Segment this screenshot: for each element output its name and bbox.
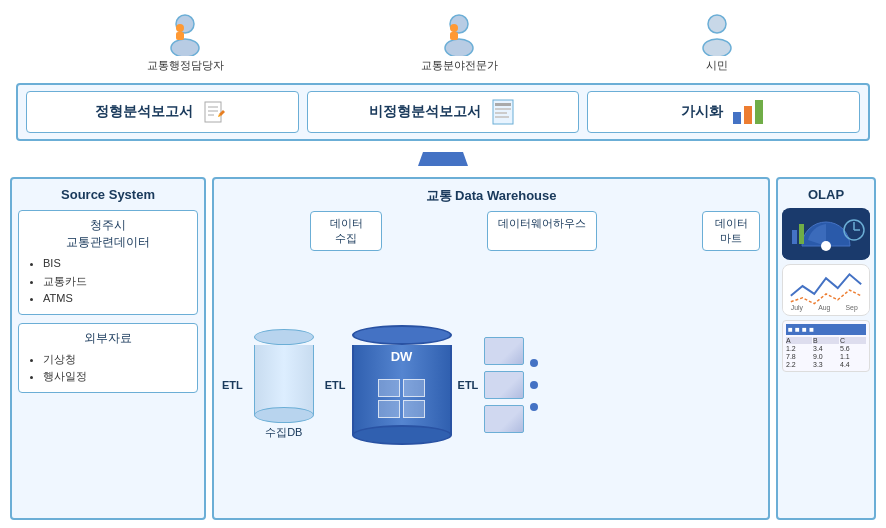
external-data-list: 기상청 행사일정 [27, 351, 189, 386]
dw-inner-grid [378, 379, 425, 418]
users-row: 교통행정담당자 교통분야전문가 시민 [8, 8, 878, 77]
svg-rect-10 [205, 102, 221, 122]
olap-table-img: ■ ■ ■ ■ ABC 1.23.45.6 7.89.01.1 2.23.34.… [782, 320, 870, 372]
traffic-data-title: 청주시 교통관련데이터 [27, 217, 189, 251]
source-system-box: Source System 청주시 교통관련데이터 BIS 교통카드 ATMS … [10, 177, 206, 520]
bottom-row: Source System 청주시 교통관련데이터 BIS 교통카드 ATMS … [10, 177, 876, 520]
connector-dots [530, 359, 538, 411]
external-data-box: 외부자료 기상청 행사일정 [18, 323, 198, 393]
informal-report-label: 비정형분석보고서 [369, 103, 481, 121]
user-admin-icon [163, 12, 207, 56]
etl-left-label: ETL [222, 379, 243, 391]
main-container: 교통행정담당자 교통분야전문가 시민 정형분석보고서 [0, 0, 886, 528]
olap-dashboard-img [782, 208, 870, 260]
etl-right-label: ETL [458, 379, 479, 391]
visualization-label: 가시화 [681, 103, 723, 121]
svg-point-2 [176, 24, 184, 32]
cylinder-top [254, 329, 314, 345]
svg-rect-16 [495, 108, 511, 110]
user-expert-label: 교통분야전문가 [421, 58, 498, 73]
svg-point-9 [703, 39, 731, 56]
svg-text:July: July [791, 304, 804, 312]
svg-point-23 [821, 241, 831, 251]
external-data-title: 외부자료 [27, 330, 189, 347]
collect-header: 데이터수집 [310, 211, 382, 251]
cylinder-body [254, 345, 314, 415]
dw-box: 교통 Data Warehouse 데이터수집 데이터웨어하우스 데이터마트 E… [212, 177, 770, 520]
olap-linechart-img: July Aug Sep [782, 264, 870, 316]
document-icon [489, 98, 517, 126]
list-item-card: 교통카드 [43, 273, 189, 291]
svg-rect-24 [792, 230, 797, 244]
dw-cylinder: DW [352, 325, 452, 445]
dw-cylinder-bottom [352, 425, 452, 445]
informal-report-box: 비정형분석보고서 [307, 91, 580, 133]
svg-rect-21 [755, 100, 763, 124]
dw-content-area: ETL 수집DB ETL DW [222, 257, 760, 512]
datamart-cube-1 [484, 337, 524, 365]
user-citizen-label: 시민 [706, 58, 728, 73]
svg-rect-18 [495, 116, 509, 118]
list-item-event: 행사일정 [43, 368, 189, 386]
traffic-data-list: BIS 교통카드 ATMS [27, 255, 189, 308]
svg-point-1 [171, 39, 199, 56]
cylinder-label: 수집DB [265, 425, 302, 440]
arrow-down-shape [418, 152, 468, 166]
dw-cell-3 [378, 400, 400, 418]
svg-point-6 [450, 24, 458, 32]
user-item-expert: 교통분야전문가 [421, 12, 498, 73]
olap-box: OLAP [776, 177, 876, 520]
traffic-data-box: 청주시 교통관련데이터 BIS 교통카드 ATMS [18, 210, 198, 315]
list-item-atms: ATMS [43, 290, 189, 308]
dw-cell-1 [378, 379, 400, 397]
etl-middle-label: ETL [325, 379, 346, 391]
svg-text:Sep: Sep [846, 304, 858, 312]
dw-cell-2 [403, 379, 425, 397]
datamart-header: 데이터마트 [702, 211, 760, 251]
formal-report-label: 정형분석보고서 [95, 103, 193, 121]
svg-rect-15 [495, 103, 511, 106]
user-admin-label: 교통행정담당자 [147, 58, 224, 73]
svg-text:Aug: Aug [818, 304, 830, 312]
svg-rect-20 [744, 106, 752, 124]
barchart-icon [731, 98, 767, 126]
edit-icon [201, 98, 229, 126]
dot-2 [530, 381, 538, 389]
svg-rect-7 [450, 32, 458, 40]
dot-3 [530, 403, 538, 411]
olap-linechart-svg: July Aug Sep [783, 266, 869, 314]
svg-rect-3 [176, 32, 184, 40]
dw-cell-4 [403, 400, 425, 418]
dw-title: 교통 Data Warehouse [222, 185, 760, 207]
datamart-column [484, 337, 524, 433]
user-citizen-icon [695, 12, 739, 56]
olap-title: OLAP [782, 185, 870, 204]
reports-row: 정형분석보고서 비정형분석보고서 가시화 [16, 83, 870, 141]
svg-rect-17 [495, 112, 507, 114]
user-item-citizen: 시민 [695, 12, 739, 73]
dot-1 [530, 359, 538, 367]
datamart-cube-2 [484, 371, 524, 399]
dw-cylinder-top [352, 325, 452, 345]
visualization-box: 가시화 [587, 91, 860, 133]
list-item-bis: BIS [43, 255, 189, 273]
collect-db-cylinder: 수집DB [249, 329, 319, 440]
dw-header: 데이터웨어하우스 [487, 211, 597, 251]
cylinder-bottom [254, 407, 314, 423]
datamart-cube-3 [484, 405, 524, 433]
source-system-title: Source System [18, 185, 198, 204]
dw-center-label: DW [391, 349, 413, 364]
svg-point-8 [708, 15, 726, 33]
formal-report-box: 정형분석보고서 [26, 91, 299, 133]
svg-rect-19 [733, 112, 741, 124]
list-item-weather: 기상청 [43, 351, 189, 369]
svg-rect-25 [799, 224, 804, 244]
olap-dashboard-svg [782, 210, 870, 258]
user-expert-icon [437, 12, 481, 56]
dw-cylinder-body: DW [352, 345, 452, 435]
user-item-admin: 교통행정담당자 [147, 12, 224, 73]
svg-point-5 [445, 39, 473, 56]
arrow-down-container [8, 147, 878, 171]
